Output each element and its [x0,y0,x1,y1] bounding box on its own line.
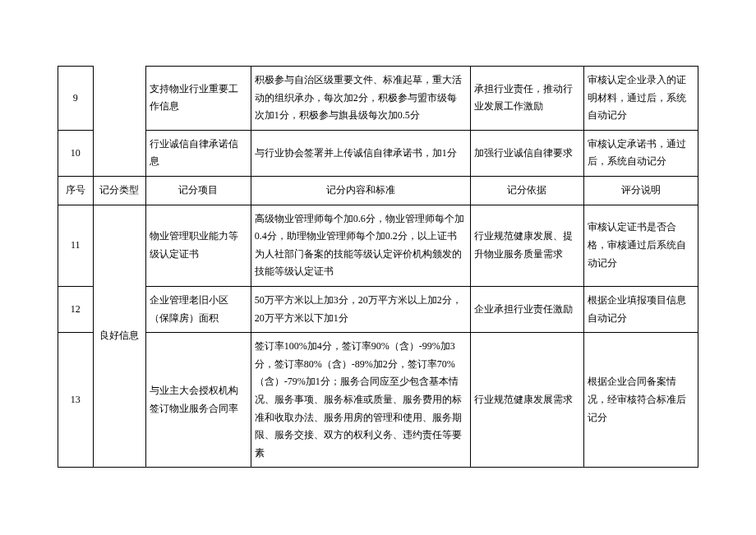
cell-seq: 10 [58,130,94,176]
table-row: 11 良好信息 物业管理职业能力等级认定证书 高级物业管理师每个加0.6分，物业… [58,205,698,286]
table-header-row: 序号 记分类型 记分项目 记分内容和标准 记分依据 评分说明 [58,176,698,205]
table-row: 10 行业诚信自律承诺信息 与行业协会签署并上传诚信自律承诺书，加1分 加强行业… [58,130,698,176]
cell-item: 物业管理职业能力等级认定证书 [145,205,251,286]
cell-basis: 加强行业诚信自律要求 [470,130,584,176]
table-row: 12 企业管理老旧小区（保障房）面积 50万平方米以上加3分，20万平方米以上加… [58,286,698,332]
header-desc: 评分说明 [584,176,698,205]
table-row: 9 支持物业行业重要工作信息 积极参与自治区级重要文件、标准起草，重大活动的组织… [58,67,698,131]
header-seq: 序号 [58,176,94,205]
cell-type-upper [93,67,145,177]
header-type: 记分类型 [93,176,145,205]
cell-desc: 审核认定证书是否合格，审核通过后系统自动记分 [584,205,698,286]
cell-item: 行业诚信自律承诺信息 [145,130,251,176]
header-basis: 记分依据 [470,176,584,205]
cell-type: 良好信息 [93,205,145,468]
cell-seq: 11 [58,205,94,286]
cell-basis: 行业规范健康发展、提升物业服务质量需求 [470,205,584,286]
cell-content: 积极参与自治区级重要文件、标准起草，重大活动的组织承办，每次加2分，积极参与盟市… [251,67,470,131]
cell-desc: 根据企业填报项目信息自动记分 [584,286,698,332]
scoring-table: 9 支持物业行业重要工作信息 积极参与自治区级重要文件、标准起草，重大活动的组织… [58,66,698,468]
table-row: 13 与业主大会授权机构签订物业服务合同率 签订率100%加4分，签订率90%（… [58,333,698,468]
cell-seq: 9 [58,67,94,131]
header-content: 记分内容和标准 [251,176,470,205]
cell-desc: 审核认定承诺书，通过后，系统自动记分 [584,130,698,176]
cell-desc: 根据企业合同备案情况，经审核符合标准后记分 [584,333,698,468]
cell-content: 签订率100%加4分，签订率90%（含）-99%加3分，签订率80%（含）-89… [251,333,470,468]
cell-basis: 企业承担行业责任激励 [470,286,584,332]
cell-basis: 行业规范健康发展需求 [470,333,584,468]
cell-desc: 审核认定企业录入的证明材料，通过后，系统自动记分 [584,67,698,131]
cell-content: 50万平方米以上加3分，20万平方米以上加2分，20万平方米以下加1分 [251,286,470,332]
cell-seq: 12 [58,286,94,332]
header-item: 记分项目 [145,176,251,205]
cell-content: 与行业协会签署并上传诚信自律承诺书，加1分 [251,130,470,176]
cell-item: 支持物业行业重要工作信息 [145,67,251,131]
cell-content: 高级物业管理师每个加0.6分，物业管理师每个加0.4分，助理物业管理师每个加0.… [251,205,470,286]
cell-item: 企业管理老旧小区（保障房）面积 [145,286,251,332]
cell-seq: 13 [58,333,94,468]
cell-basis: 承担行业责任，推动行业发展工作激励 [470,67,584,131]
cell-item: 与业主大会授权机构签订物业服务合同率 [145,333,251,468]
